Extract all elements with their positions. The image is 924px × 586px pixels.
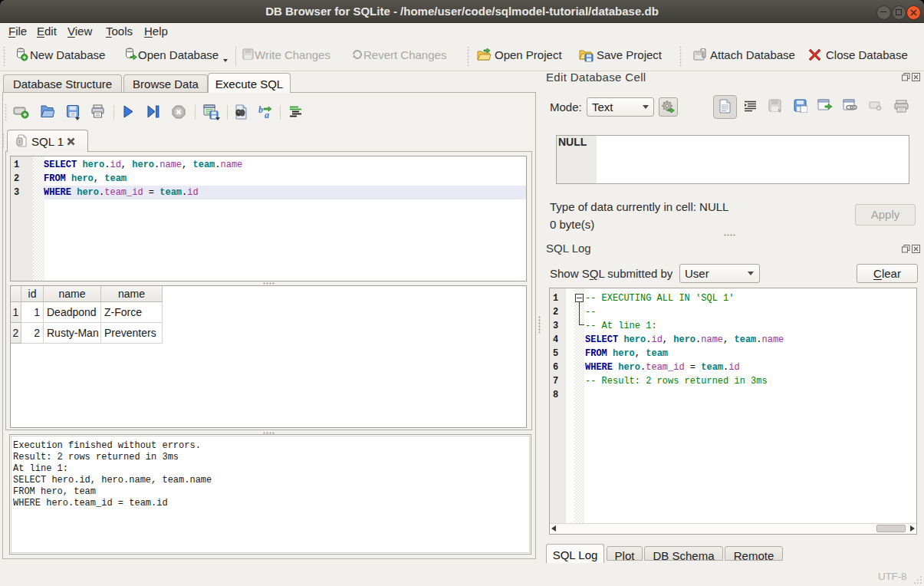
svg-text:b: b [258,105,263,115]
